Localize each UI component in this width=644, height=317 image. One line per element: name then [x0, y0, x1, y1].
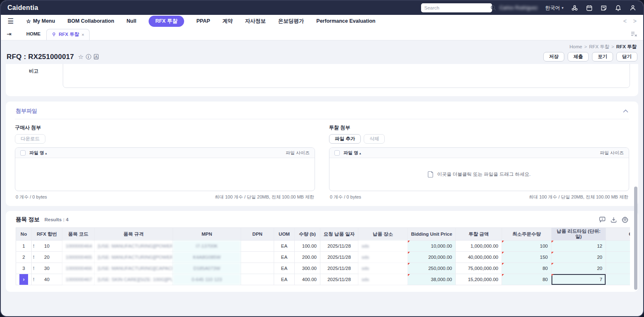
cell-dpn[interactable]	[241, 263, 274, 274]
cell-delivery_date[interactable]: 2025/11/28	[320, 274, 358, 285]
file-name-header[interactable]: 파일 명▲	[29, 150, 47, 156]
breadcrumb-home[interactable]: Home	[569, 44, 582, 49]
cell-mpn[interactable]: D185A073W	[173, 263, 241, 274]
cell-item_code[interactable]: 1000000465	[62, 252, 95, 263]
select-all-checkbox[interactable]	[20, 150, 26, 156]
cell-bid_amount[interactable]: 40,000,000.00	[456, 252, 502, 263]
bell-icon[interactable]	[615, 5, 622, 12]
cell-no[interactable]: 2	[16, 252, 32, 263]
bid-dropzone[interactable]: 이곳을 더블클릭 또는 파일을 드래그 하세요.	[329, 158, 629, 191]
cell-lead_time[interactable]: 20	[552, 252, 606, 263]
column-header-delivery_date[interactable]: 요청 납품 일자	[320, 228, 358, 241]
cell-item_code[interactable]: 1000000464	[62, 241, 95, 252]
action-button[interactable]: 닫기	[616, 52, 637, 62]
menu-scroll-left-icon[interactable]: <	[623, 18, 627, 24]
cell-qty[interactable]: 400.00	[295, 274, 320, 285]
column-header-item_code[interactable]: 품목 코드	[62, 228, 95, 241]
column-header-qty[interactable]: 수량 (b)	[295, 228, 320, 241]
tooltip-info-icon[interactable]	[599, 216, 606, 223]
close-tab-icon[interactable]: ×	[81, 32, 84, 37]
expand-sidebar-icon[interactable]: ⇥	[7, 31, 12, 37]
column-header-rfx_line[interactable]: RFX 항번	[32, 228, 62, 241]
favorite-star-icon[interactable]: ☆	[78, 53, 83, 61]
cell-delivery_place[interactable]: sds	[358, 252, 408, 263]
menu-item[interactable]: RFX 투찰	[149, 16, 184, 27]
menu-item[interactable]: ☆My Menu	[26, 18, 55, 24]
menu-item[interactable]: Performance Evaluation	[316, 18, 375, 24]
calendar-icon[interactable]	[586, 5, 593, 12]
selected-row-chevron-icon[interactable]: ›	[19, 274, 28, 285]
cell-item_spec[interactable]: [USE: MANUFACTURING][POWER 150	[95, 241, 173, 252]
cell-item_code[interactable]: 1000000466	[62, 263, 95, 274]
cell-qty[interactable]: 100.00	[295, 241, 320, 252]
cell-uom[interactable]: EA	[274, 252, 295, 263]
cell-bid_amount[interactable]: 75,000,000.00	[456, 263, 502, 274]
file-size-header[interactable]: 파일 사이즈	[286, 150, 310, 156]
column-header-no[interactable]: No	[16, 228, 32, 241]
select-all-checkbox[interactable]	[334, 150, 340, 156]
search-icon[interactable]	[490, 5, 496, 11]
cell-delivery_date[interactable]: 2025/11/28	[320, 263, 358, 274]
collapse-chevron-icon[interactable]	[623, 109, 628, 113]
cell-lead_time[interactable]: 12	[552, 241, 606, 252]
cell-bidding_unit_price[interactable]: 10,000.00	[408, 241, 456, 252]
column-header-dpn[interactable]: DPN	[241, 228, 274, 241]
cell-min_order_qty[interactable]: 150	[502, 252, 552, 263]
cell-rfx_line[interactable]: 20!	[32, 252, 62, 263]
cell-no[interactable]: 1	[16, 241, 32, 252]
cell-rfx_line[interactable]: 30!	[32, 263, 62, 274]
cell-currency[interactable]	[606, 252, 630, 263]
cell-bidding_unit_price[interactable]: 250,000.00	[408, 263, 456, 274]
cell-item_spec[interactable]: [USE: MANUFACTURING][CAPACITY 5	[95, 263, 173, 274]
cell-min_order_qty[interactable]: 80	[502, 263, 552, 274]
cell-no[interactable]: ›	[16, 274, 32, 285]
cell-item_spec[interactable]: [USE: SKIN CARE][SIZE: 100G][PURITY	[95, 274, 173, 285]
file-size-header[interactable]: 파일 사이즈	[600, 150, 624, 156]
cell-lead_time[interactable]: 20	[552, 263, 606, 274]
breadcrumb-mid[interactable]: RFX 투찰	[589, 44, 609, 49]
buyer-file-list[interactable]	[15, 158, 315, 191]
cell-delivery_place[interactable]: sds	[358, 274, 408, 285]
cell-uom[interactable]: EA	[274, 241, 295, 252]
cell-qty[interactable]: 200.00	[295, 252, 320, 263]
user-icon[interactable]	[629, 4, 637, 12]
cell-mpn[interactable]: 0-645 110 123	[173, 274, 241, 285]
page-scrollbar[interactable]	[634, 187, 637, 290]
action-button[interactable]: 저장	[543, 52, 564, 62]
tab-home[interactable]: HOME	[21, 31, 47, 40]
download-button[interactable]: 다운로드	[15, 134, 45, 144]
cell-min_order_qty[interactable]: 100	[502, 241, 552, 252]
column-header-delivery_place[interactable]: 납품 장소	[358, 228, 408, 241]
cell-dpn[interactable]	[241, 274, 274, 285]
cell-uom[interactable]: EA	[274, 274, 295, 285]
download-grid-icon[interactable]	[611, 217, 617, 223]
cell-delivery_date[interactable]: 2025/11/28	[320, 241, 358, 252]
cell-currency[interactable]	[606, 241, 630, 252]
add-file-button[interactable]: 파일 추가	[329, 134, 361, 144]
cell-item_spec[interactable]: [USE: MANUFACTURING][POWER 100	[95, 252, 173, 263]
cell-rfx_line[interactable]: 10!	[32, 241, 62, 252]
column-header-bid_amount[interactable]: 투찰 금액	[456, 228, 502, 241]
remarks-textarea[interactable]	[63, 64, 630, 88]
column-header-uom[interactable]: UOM	[274, 228, 295, 241]
cell-delivery_date[interactable]: 2025/11/28	[320, 252, 358, 263]
cell-mpn[interactable]: I7-13700K	[173, 241, 241, 252]
cell-lead_time[interactable]: 7	[552, 274, 606, 285]
column-header-bidding_unit_price[interactable]: Bidding Unit Price	[408, 228, 456, 241]
cell-uom[interactable]: EA	[274, 263, 295, 274]
action-button[interactable]: 제출	[568, 52, 589, 62]
cell-bid_amount[interactable]: 15,200,000.00	[456, 274, 502, 285]
cell-dpn[interactable]	[241, 252, 274, 263]
action-button[interactable]: 포기	[592, 52, 613, 62]
gear-icon[interactable]	[622, 216, 628, 223]
language-selector[interactable]: 한국어▾	[545, 5, 564, 12]
cell-dpn[interactable]	[241, 241, 274, 252]
menu-item[interactable]: 자사정보	[245, 18, 266, 25]
menu-scroll-right-icon[interactable]: >	[633, 18, 637, 24]
delete-file-button[interactable]: 삭제	[364, 134, 385, 144]
cell-no[interactable]: 3	[16, 263, 32, 274]
cell-bidding_unit_price[interactable]: 200,000.00	[408, 252, 456, 263]
menu-item[interactable]: 계약	[223, 18, 233, 25]
cell-delivery_place[interactable]: sds	[358, 263, 408, 274]
search-input[interactable]	[424, 5, 488, 10]
